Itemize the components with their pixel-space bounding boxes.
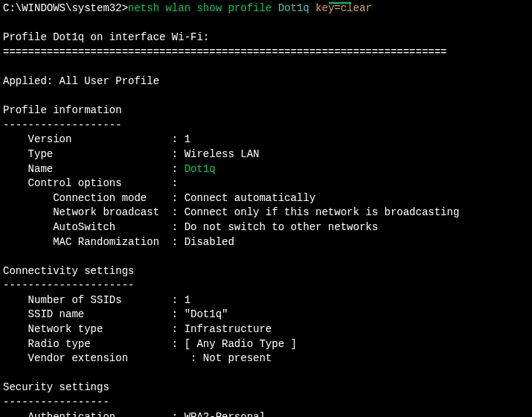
row-authentication: Authentication : WPA2-Personal [3,410,529,417]
row-type: Type : Wireless LAN [3,147,529,162]
section-dash: ------------------- [3,118,529,133]
header-divider: ========================================… [3,45,529,60]
row-ssid-name: SSID name : "Dot1q" [3,308,529,322]
row-vendor-extension: Vendor extension : Not present [3,351,529,366]
profile-header: Profile Dot1q on interface Wi-Fi: [3,31,529,45]
section-title-profile-info: Profile information [3,104,529,118]
command-text: netsh wlan show profile [128,2,272,14]
prompt-path: C:\WINDOWS\system32> [3,2,128,14]
section-dash: ----------------- [3,395,529,410]
command-arg-profile: Dot1q [278,2,310,14]
row-connection-mode: Connection mode : Connect automatically [3,191,529,206]
row-control-options: Control options : [3,176,529,191]
row-name: Name : Dot1q [3,162,529,177]
section-title-connectivity: Connectivity settings [3,264,529,279]
row-mac-randomization: MAC Randomization : Disabled [3,235,529,250]
row-network-broadcast: Network broadcast : Connect only if this… [3,206,529,220]
section-dash: --------------------- [3,278,529,293]
command-line: C:\WINDOWS\system32>netsh wlan show prof… [3,1,529,16]
applied-line: Applied: All User Profile [3,74,529,89]
cursor-highlight [329,2,351,4]
section-title-security: Security settings [3,381,529,395]
row-network-type: Network type : Infrastructure [3,322,529,337]
terminal-output: C:\WINDOWS\system32>netsh wlan show prof… [3,1,529,417]
row-version: Version : 1 [3,133,529,147]
command-arg-key: key=clear [315,2,372,14]
row-autoswitch: AutoSwitch : Do not switch to other netw… [3,220,529,235]
row-num-ssids: Number of SSIDs : 1 [3,293,529,308]
row-radio-type: Radio type : [ Any Radio Type ] [3,337,529,352]
